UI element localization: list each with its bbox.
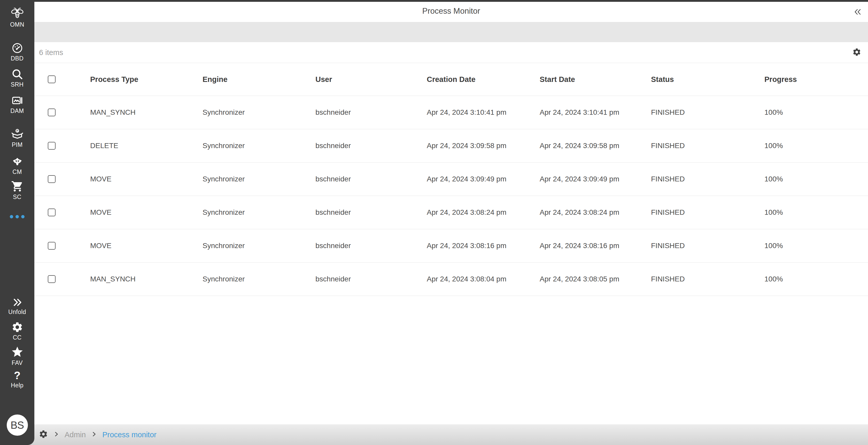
cell-status: FINISHED bbox=[651, 208, 765, 216]
column-header-engine[interactable]: Engine bbox=[203, 75, 315, 84]
items-count: 6 items bbox=[39, 48, 63, 57]
row-checkbox[interactable] bbox=[48, 109, 56, 116]
column-header-process-type[interactable]: Process Type bbox=[90, 75, 203, 84]
sidebar-item-pim[interactable]: P PIM bbox=[0, 128, 34, 148]
star-icon bbox=[11, 346, 24, 358]
sidebar-item-unfold[interactable]: Unfold bbox=[0, 297, 34, 315]
row-checkbox[interactable] bbox=[48, 275, 56, 283]
cell-status: FINISHED bbox=[651, 275, 765, 283]
sidebar-item-cc[interactable]: CC bbox=[0, 321, 34, 340]
list-toolbar: 6 items bbox=[34, 42, 868, 63]
titlebar: Process Monitor bbox=[34, 0, 868, 22]
table-row[interactable]: MOVE Synchronizer bschneider Apr 24, 202… bbox=[34, 229, 868, 263]
secondary-toolbar bbox=[34, 22, 868, 42]
cell-status: FINISHED bbox=[651, 108, 765, 117]
cell-engine: Synchronizer bbox=[203, 175, 315, 183]
breadcrumb-admin[interactable]: Admin bbox=[65, 431, 86, 439]
breadcrumb-current[interactable]: Process monitor bbox=[102, 431, 157, 439]
sidebar-item-omn[interactable]: OMN bbox=[0, 7, 34, 28]
table-row[interactable]: MAN_SYNCH Synchronizer bschneider Apr 24… bbox=[34, 96, 868, 129]
row-checkbox[interactable] bbox=[48, 175, 56, 183]
cell-engine: Synchronizer bbox=[203, 275, 315, 283]
cell-creation-date: Apr 24, 2024 3:10:41 pm bbox=[427, 108, 540, 117]
cell-creation-date: Apr 24, 2024 3:09:58 pm bbox=[427, 142, 540, 150]
cell-progress: 100% bbox=[765, 208, 868, 216]
cell-start-date: Apr 24, 2024 3:09:49 pm bbox=[540, 175, 651, 183]
cell-process-type: MOVE bbox=[90, 175, 203, 183]
cell-engine: Synchronizer bbox=[203, 242, 315, 250]
sidebar-item-help[interactable]: ? Help bbox=[0, 370, 34, 388]
cell-process-type: MAN_SYNCH bbox=[90, 275, 203, 283]
sidebar-item-fav[interactable]: FAV bbox=[0, 346, 34, 366]
sidebar-item-label: Unfold bbox=[8, 309, 26, 315]
cell-process-type: MOVE bbox=[90, 208, 203, 216]
sidebar-item-label: OMN bbox=[10, 22, 24, 28]
cell-progress: 100% bbox=[765, 108, 868, 117]
main-content: Process Monitor 6 items Process Type Eng… bbox=[34, 0, 868, 445]
cell-status: FINISHED bbox=[651, 142, 765, 150]
cell-start-date: Apr 24, 2024 3:10:41 pm bbox=[540, 108, 651, 117]
sidebar-item-more[interactable] bbox=[0, 215, 34, 218]
table-row[interactable]: DELETE Synchronizer bschneider Apr 24, 2… bbox=[34, 129, 868, 162]
sidebar-item-label: CM bbox=[12, 169, 22, 175]
bee-logo-icon bbox=[10, 7, 24, 20]
table-row[interactable]: MOVE Synchronizer bschneider Apr 24, 202… bbox=[34, 162, 868, 196]
column-header-progress[interactable]: Progress bbox=[765, 75, 868, 84]
svg-text:P: P bbox=[16, 129, 18, 132]
page-title: Process Monitor bbox=[423, 6, 480, 16]
question-mark-icon: ? bbox=[14, 370, 21, 381]
row-checkbox[interactable] bbox=[48, 142, 56, 150]
cell-process-type: DELETE bbox=[90, 142, 203, 150]
chevron-right-icon bbox=[91, 431, 97, 439]
sidebar-item-dbd[interactable]: DBD bbox=[0, 42, 34, 61]
column-header-creation-date[interactable]: Creation Date bbox=[427, 75, 540, 84]
sidebar-item-label: SC bbox=[13, 194, 22, 200]
sidebar-item-sc[interactable]: SC bbox=[0, 180, 34, 200]
admin-gear-icon[interactable] bbox=[39, 429, 48, 440]
sidebar-item-label: Help bbox=[11, 382, 24, 388]
product-box-icon: P bbox=[11, 128, 23, 140]
cell-start-date: Apr 24, 2024 3:08:05 pm bbox=[540, 275, 651, 283]
gear-icon bbox=[11, 321, 23, 333]
cell-process-type: MAN_SYNCH bbox=[90, 108, 203, 117]
sidebar-item-profile[interactable]: BS bbox=[0, 415, 34, 436]
row-checkbox[interactable] bbox=[48, 209, 56, 216]
cell-status: FINISHED bbox=[651, 242, 765, 250]
select-all-checkbox[interactable] bbox=[48, 76, 56, 83]
column-header-status[interactable]: Status bbox=[651, 75, 765, 84]
cell-process-type: MOVE bbox=[90, 242, 203, 250]
cell-engine: Synchronizer bbox=[203, 108, 315, 117]
column-header-user[interactable]: User bbox=[315, 75, 427, 84]
sidebar: OMN DBD SRH bbox=[0, 0, 34, 445]
table-row[interactable]: MOVE Synchronizer bschneider Apr 24, 202… bbox=[34, 196, 868, 229]
avatar: BS bbox=[7, 415, 28, 436]
sidebar-item-label: SRH bbox=[11, 82, 24, 88]
cell-progress: 100% bbox=[765, 175, 868, 183]
cell-user: bschneider bbox=[315, 108, 427, 117]
search-icon bbox=[11, 68, 23, 80]
sidebar-item-cm[interactable]: CM bbox=[0, 155, 34, 175]
cell-user: bschneider bbox=[315, 142, 427, 150]
sidebar-item-dam[interactable]: DAM bbox=[0, 95, 34, 114]
cell-start-date: Apr 24, 2024 3:08:16 pm bbox=[540, 242, 651, 250]
collapse-panel-icon[interactable] bbox=[854, 8, 862, 17]
sidebar-item-label: PIM bbox=[11, 142, 23, 148]
sidebar-item-label: FAV bbox=[11, 360, 23, 366]
cell-user: bschneider bbox=[315, 275, 427, 283]
sidebar-item-srh[interactable]: SRH bbox=[0, 68, 34, 88]
ellipsis-more-icon bbox=[10, 215, 25, 218]
branch-arrows-icon bbox=[11, 155, 23, 168]
table-settings-icon[interactable] bbox=[852, 48, 861, 58]
cell-engine: Synchronizer bbox=[203, 142, 315, 150]
sidebar-item-label: DAM bbox=[10, 108, 24, 114]
cell-progress: 100% bbox=[765, 275, 868, 283]
dashboard-gauge-icon bbox=[11, 42, 23, 54]
cell-start-date: Apr 24, 2024 3:08:24 pm bbox=[540, 208, 651, 216]
window-top-edge bbox=[0, 0, 868, 2]
cell-creation-date: Apr 24, 2024 3:08:24 pm bbox=[427, 208, 540, 216]
column-header-start-date[interactable]: Start Date bbox=[540, 75, 651, 84]
table-row[interactable]: MAN_SYNCH Synchronizer bschneider Apr 24… bbox=[34, 263, 868, 296]
row-checkbox[interactable] bbox=[48, 242, 56, 249]
cell-status: FINISHED bbox=[651, 175, 765, 183]
cell-creation-date: Apr 24, 2024 3:09:49 pm bbox=[427, 175, 540, 183]
